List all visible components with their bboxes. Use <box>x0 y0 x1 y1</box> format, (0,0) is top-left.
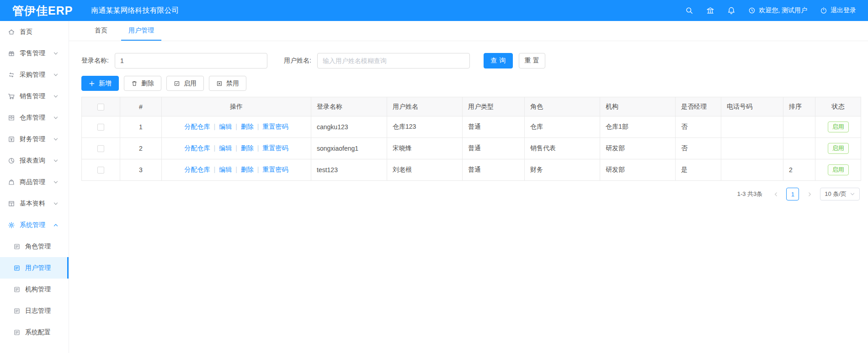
reset-password-link[interactable]: 重置密码 <box>262 123 288 130</box>
cell-status: 启用 <box>815 138 861 159</box>
edit-link[interactable]: 编辑 <box>219 123 232 130</box>
content-panel: 登录名称: 用户姓名: 查询 重置 新增 删除 <box>69 41 868 200</box>
cell-role: 销售代表 <box>525 138 600 159</box>
cell-index: 1 <box>120 116 162 138</box>
document-icon <box>13 286 21 293</box>
col-header-is-manager: 是否经理 <box>676 97 721 116</box>
sidebar-nav: 首页 零售管理 采购管理 销售管理 仓库管理 财务管理 报表查询 <box>0 21 69 353</box>
user-name-label: 用户姓名: <box>284 57 311 65</box>
sidebar-item-report[interactable]: 报表查询 <box>0 150 69 171</box>
trash-icon <box>131 80 138 87</box>
sidebar-subitem-log[interactable]: 日志管理 <box>0 300 69 321</box>
clock-icon <box>748 7 756 14</box>
add-button[interactable]: 新增 <box>81 76 119 91</box>
sidebar-subitem-org[interactable]: 机构管理 <box>0 279 69 300</box>
bell-icon[interactable] <box>727 6 735 15</box>
cell-sort <box>783 138 815 159</box>
disable-button[interactable]: 禁用 <box>209 76 246 91</box>
delete-link[interactable]: 删除 <box>241 144 254 152</box>
user-name-input[interactable] <box>317 53 470 68</box>
table-body: 1 分配仓库|编辑|删除|重置密码 cangku123 仓库123 普通 仓库 … <box>82 116 861 181</box>
logout-text: 退出登录 <box>831 6 856 15</box>
sidebar-item-basic-data[interactable]: 基本资料 <box>0 193 69 214</box>
cell-phone <box>721 159 783 181</box>
cell-role: 财务 <box>525 159 600 181</box>
cell-is-manager: 否 <box>676 116 721 138</box>
op-separator: | <box>214 166 216 173</box>
search-icon[interactable] <box>685 6 693 15</box>
page-size-select[interactable]: 10 条/页 <box>820 188 860 200</box>
bank-icon[interactable] <box>706 6 714 15</box>
query-button[interactable]: 查询 <box>484 53 513 68</box>
cell-is-manager: 是 <box>676 159 721 181</box>
assign-warehouse-link[interactable]: 分配仓库 <box>185 166 210 173</box>
select-all-checkbox[interactable] <box>97 104 104 111</box>
sidebar-item-warehouse[interactable]: 仓库管理 <box>0 107 69 128</box>
chevron-up-icon <box>53 222 59 228</box>
sidebar-subitem-user[interactable]: 用户管理 <box>0 257 69 279</box>
col-header-org: 机构 <box>600 97 676 116</box>
bag-icon <box>8 179 15 186</box>
prev-page-button[interactable] <box>769 188 782 200</box>
delete-link[interactable]: 删除 <box>241 166 254 173</box>
login-name-input[interactable] <box>115 53 267 68</box>
reset-password-link[interactable]: 重置密码 <box>262 144 288 152</box>
op-separator: | <box>257 144 259 152</box>
status-badge: 启用 <box>828 143 849 154</box>
logout-button[interactable]: 退出登录 <box>820 6 856 15</box>
sidebar-subitem-role[interactable]: 角色管理 <box>0 236 69 257</box>
cell-is-manager: 否 <box>676 138 721 159</box>
cell-operations: 分配仓库|编辑|删除|重置密码 <box>162 116 311 138</box>
cell-user-name: 仓库123 <box>387 116 463 138</box>
op-separator: | <box>235 144 237 152</box>
tab-user-management[interactable]: 用户管理 <box>121 21 161 41</box>
table-header-row: #操作登录名称用户姓名用户类型角色机构是否经理电话号码排序状态 <box>82 97 861 116</box>
login-name-label: 登录名称: <box>81 57 109 65</box>
enable-button[interactable]: 启用 <box>166 76 204 91</box>
pagination: 1-3 共3条 1 10 条/页 <box>81 188 860 200</box>
next-page-button[interactable] <box>803 188 816 200</box>
reset-button[interactable]: 重置 <box>519 53 545 68</box>
tab-bar: 首页 用户管理 <box>69 21 868 41</box>
col-header-index: # <box>120 97 162 116</box>
chevron-down-icon <box>53 51 59 56</box>
row-checkbox[interactable] <box>97 145 104 152</box>
document-icon <box>13 307 21 315</box>
sidebar-item-retail[interactable]: 零售管理 <box>0 42 69 64</box>
main-area: 首页 用户管理 登录名称: 用户姓名: 查询 重置 新增 <box>69 21 868 353</box>
edit-link[interactable]: 编辑 <box>219 166 232 173</box>
tab-home[interactable]: 首页 <box>87 21 115 41</box>
delete-button[interactable]: 删除 <box>124 76 161 91</box>
sidebar-item-finance[interactable]: 财务管理 <box>0 128 69 150</box>
chevron-down-icon <box>53 115 59 121</box>
cell-user-type: 普通 <box>463 159 525 181</box>
page-number-button[interactable]: 1 <box>786 188 799 200</box>
edit-link[interactable]: 编辑 <box>219 144 232 152</box>
cell-user-name: 宋晓锋 <box>387 138 463 159</box>
welcome-user[interactable]: 欢迎您, 测试用户 <box>748 6 807 15</box>
cell-org: 仓库1部 <box>600 116 676 138</box>
sidebar-subitem-config[interactable]: 系统配置 <box>0 321 69 343</box>
table-row: 1 分配仓库|编辑|删除|重置密码 cangku123 仓库123 普通 仓库 … <box>82 116 861 138</box>
logout-icon <box>820 7 827 14</box>
assign-warehouse-link[interactable]: 分配仓库 <box>185 123 210 130</box>
delete-link[interactable]: 删除 <box>241 123 254 130</box>
cell-org: 研发部 <box>600 159 676 181</box>
op-separator: | <box>235 123 237 130</box>
row-checkbox[interactable] <box>97 124 104 131</box>
sidebar-item-purchase[interactable]: 采购管理 <box>0 64 69 85</box>
assign-warehouse-link[interactable]: 分配仓库 <box>185 144 210 152</box>
cell-sort <box>783 116 815 138</box>
cell-index: 3 <box>120 159 162 181</box>
cell-user-type: 普通 <box>463 116 525 138</box>
cell-status: 启用 <box>815 116 861 138</box>
sidebar-item-goods[interactable]: 商品管理 <box>0 171 69 193</box>
sidebar-item-sales[interactable]: 销售管理 <box>0 85 69 107</box>
sidebar-item-home[interactable]: 首页 <box>0 21 69 42</box>
row-checkbox[interactable] <box>97 167 104 174</box>
reset-password-link[interactable]: 重置密码 <box>262 166 288 173</box>
cell-sort: 2 <box>783 159 815 181</box>
document-icon <box>13 264 21 272</box>
sidebar-item-system[interactable]: 系统管理 <box>0 214 69 236</box>
cell-user-name: 刘老根 <box>387 159 463 181</box>
